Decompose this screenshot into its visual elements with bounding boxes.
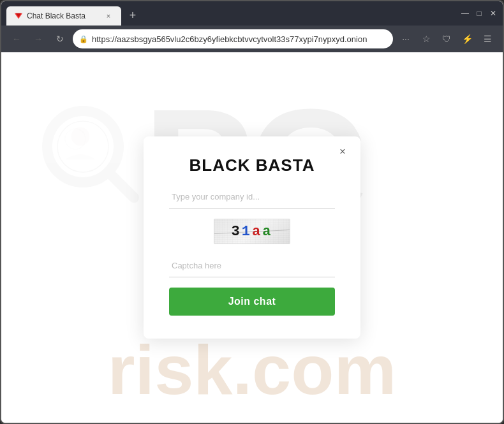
svg-point-3 xyxy=(57,121,108,172)
menu-button[interactable]: ☰ xyxy=(478,30,496,48)
svg-point-6 xyxy=(71,128,90,146)
address-bar[interactable]: 🔒 https://aazsbsgya565vlu2c6bzy6yfiebkcb… xyxy=(73,29,393,48)
tab-area: Chat Black Basta × + xyxy=(6,1,456,26)
minimize-button[interactable]: — xyxy=(461,9,470,18)
bookmark-button[interactable]: ☆ xyxy=(417,30,435,48)
nav-bar: ← → ↻ 🔒 https://aazsbsgya565vlu2c6bzy6yf… xyxy=(1,26,503,52)
window-controls: — □ ✕ xyxy=(461,9,498,18)
modal-card: × BLACK BASTA 31aa Join chat xyxy=(144,136,360,339)
join-chat-button[interactable]: Join chat xyxy=(169,288,335,316)
more-button[interactable]: ··· xyxy=(397,30,415,48)
browser-window: Chat Black Basta × + — □ ✕ ← → ↻ 🔒 https… xyxy=(0,0,504,424)
page-content: PC risk.com × BLACK BASTA 31aa Join chat xyxy=(1,52,503,423)
url-text: https://aazsbsgya565vlu2c6bzy6yfiebkcbtv… xyxy=(92,34,387,44)
forward-button[interactable]: → xyxy=(29,30,47,48)
svg-line-5 xyxy=(108,172,134,198)
maximize-button[interactable]: □ xyxy=(475,9,484,18)
extension-button[interactable]: ⚡ xyxy=(458,30,476,48)
captcha-image: 31aa xyxy=(214,219,290,244)
nav-actions: ··· ☆ 🛡 ⚡ ☰ xyxy=(397,30,496,48)
title-bar: Chat Black Basta × + — □ ✕ xyxy=(1,1,503,26)
window-close-button[interactable]: ✕ xyxy=(489,9,498,18)
modal-title: BLACK BASTA xyxy=(189,156,315,175)
watermark-risk-text: risk.com xyxy=(108,329,396,410)
tab-title: Chat Black Basta xyxy=(27,11,100,20)
reload-button[interactable]: ↻ xyxy=(51,30,69,48)
company-id-input[interactable] xyxy=(169,186,335,208)
back-button[interactable]: ← xyxy=(8,30,26,48)
tab-favicon xyxy=(14,11,23,20)
captcha-input[interactable] xyxy=(169,254,335,277)
tab-close-button[interactable]: × xyxy=(103,11,114,21)
modal-close-button[interactable]: × xyxy=(335,144,350,159)
shield-button[interactable]: 🛡 xyxy=(438,30,456,48)
watermark-magnifier-icon xyxy=(40,103,142,205)
new-tab-button[interactable]: + xyxy=(124,6,142,24)
svg-point-4 xyxy=(65,129,85,149)
svg-point-2 xyxy=(47,111,119,182)
lock-icon: 🔒 xyxy=(79,35,88,43)
active-tab[interactable]: Chat Black Basta × xyxy=(6,6,121,26)
